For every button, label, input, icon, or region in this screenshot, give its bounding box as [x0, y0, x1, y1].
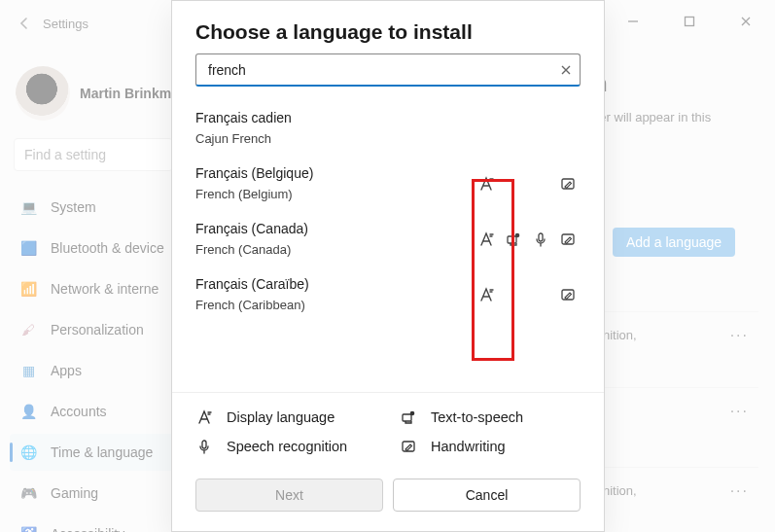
language-result[interactable]: Français cadien Cajun French: [195, 100, 586, 156]
cancel-button[interactable]: Cancel: [393, 479, 581, 512]
language-result[interactable]: Français (Canada) French (Canada): [195, 211, 586, 266]
speech-recognition-icon: [195, 438, 213, 455]
dialog-title: Choose a language to install: [172, 1, 604, 53]
display-language-icon: [477, 231, 495, 248]
language-result[interactable]: Français (Caraïbe) French (Caribbean): [195, 266, 586, 322]
legend-handwriting: Handwriting: [400, 438, 581, 455]
legend-label: Speech recognition: [227, 439, 347, 454]
handwriting-icon: [559, 286, 577, 303]
capability-icons: [477, 175, 577, 193]
display-language-icon: [477, 175, 495, 193]
capability-legend: Display language Text-to-speech Speech r…: [172, 392, 604, 469]
handwriting-icon: [400, 438, 417, 455]
dialog-actions: Next Cancel: [172, 469, 604, 531]
capability-icons: [477, 231, 577, 248]
display-language-icon: [477, 286, 495, 303]
language-install-dialog: Choose a language to install Français ca…: [171, 0, 605, 532]
language-search-input[interactable]: [206, 61, 552, 79]
display-language-icon: [195, 408, 213, 426]
next-button[interactable]: Next: [195, 479, 383, 512]
language-results-list: Français cadien Cajun French Français (B…: [172, 87, 604, 392]
clear-search-icon[interactable]: [560, 64, 572, 76]
legend-label: Text-to-speech: [431, 409, 523, 425]
legend-tts: Text-to-speech: [400, 408, 581, 426]
handwriting-icon: [559, 231, 577, 248]
legend-label: Handwriting: [431, 439, 506, 454]
legend-speech: Speech recognition: [195, 438, 376, 455]
speech-recognition-icon: [532, 231, 549, 248]
capability-icons: [477, 286, 577, 303]
handwriting-icon: [559, 175, 577, 193]
legend-label: Display language: [227, 409, 335, 425]
language-native-name: Français cadien: [195, 110, 586, 125]
legend-display: Display language: [195, 408, 376, 426]
text-to-speech-icon: [505, 231, 522, 248]
text-to-speech-icon: [400, 408, 417, 426]
language-english-name: Cajun French: [195, 131, 586, 146]
language-search-box[interactable]: [195, 53, 581, 87]
language-result[interactable]: Français (Belgique) French (Belgium): [195, 156, 586, 211]
